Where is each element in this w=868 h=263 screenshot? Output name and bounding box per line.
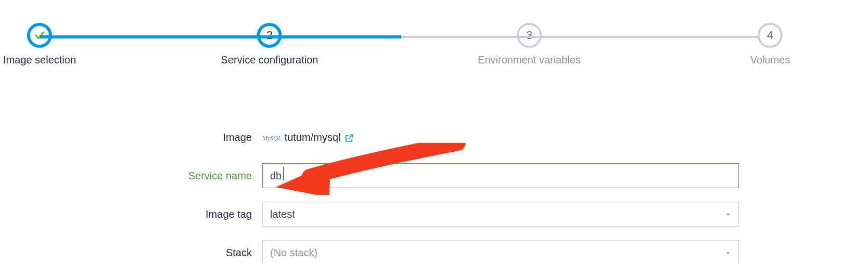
step-environment-variables[interactable]: 3 Environment variables bbox=[478, 23, 581, 66]
label-service-name: Service name bbox=[0, 170, 262, 182]
stack-select[interactable]: (No stack) bbox=[262, 240, 739, 263]
label-image: Image bbox=[0, 132, 262, 143]
stepper-line-3 bbox=[529, 36, 759, 38]
stack-selected: (No stack) bbox=[270, 247, 317, 259]
chevron-down-icon bbox=[725, 208, 731, 220]
image-name-text: tutum/mysql bbox=[285, 132, 341, 143]
value-image: MySQL tutum/mysql bbox=[262, 132, 354, 143]
row-stack: Stack (No stack) bbox=[0, 238, 868, 263]
label-image-tag: Image tag bbox=[0, 208, 262, 220]
stepper-line-1 bbox=[40, 35, 270, 38]
stepper: Image selection 2 Service configuration … bbox=[0, 23, 868, 85]
service-config-form: Image MySQL tutum/mysql Service name Ima… bbox=[0, 123, 868, 263]
step-image-selection[interactable]: Image selection bbox=[3, 23, 76, 66]
step-volumes[interactable]: 4 Volumes bbox=[750, 23, 790, 66]
step-label-4: Volumes bbox=[750, 54, 790, 66]
mysql-icon: MySQL bbox=[262, 135, 282, 142]
image-tag-select[interactable]: latest bbox=[262, 202, 739, 227]
label-stack: Stack bbox=[0, 247, 262, 259]
step-service-configuration[interactable]: 2 Service configuration bbox=[221, 23, 318, 66]
image-tag-selected: latest bbox=[270, 208, 295, 220]
service-name-input[interactable] bbox=[262, 163, 739, 188]
row-service-name: Service name bbox=[0, 161, 868, 190]
step-circle-3: 3 bbox=[517, 23, 542, 48]
stepper-line-2a bbox=[270, 35, 401, 38]
chevron-down-icon bbox=[725, 247, 731, 259]
step-circle-4: 4 bbox=[758, 23, 783, 48]
row-image: Image MySQL tutum/mysql bbox=[0, 123, 868, 152]
step-label-1: Image selection bbox=[3, 54, 76, 66]
step-label-3: Environment variables bbox=[478, 54, 581, 66]
external-link-icon[interactable] bbox=[344, 134, 354, 143]
step-label-2: Service configuration bbox=[221, 54, 318, 66]
stepper-line-2b bbox=[401, 36, 529, 38]
row-image-tag: Image tag latest bbox=[0, 200, 868, 229]
